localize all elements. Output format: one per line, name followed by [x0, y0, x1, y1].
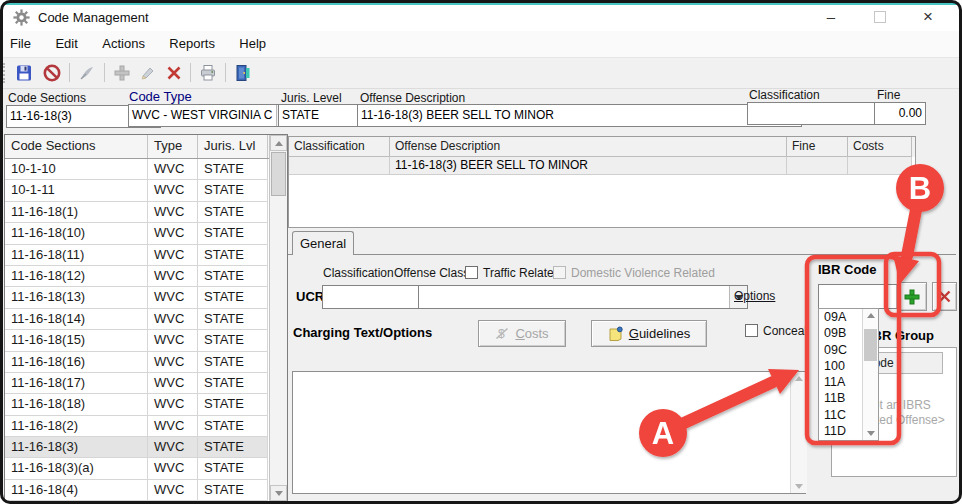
cell: STATE	[198, 159, 268, 180]
code-table-body: 10-1-10WVCSTATE10-1-11WVCSTATE11-16-18(1…	[5, 159, 287, 501]
table-row[interactable]: 11-16-18(10)WVCSTATE	[5, 223, 287, 244]
table-row[interactable]: 11-16-18(11)WVCSTATE	[5, 245, 287, 266]
column-header[interactable]: Juris. Lvl	[198, 135, 268, 158]
cell: 11-16-18(12)	[5, 266, 148, 287]
code-table-header: Code Sections Type Juris. Lvl	[5, 135, 287, 159]
maximize-button[interactable]	[862, 3, 898, 30]
classification-top-label: Classification	[749, 88, 820, 102]
cell-classification	[289, 157, 390, 175]
scroll-down-icon[interactable]	[863, 431, 878, 436]
cell: WVC	[148, 223, 198, 244]
print-icon[interactable]	[195, 61, 221, 85]
scroll-thumb[interactable]	[864, 329, 877, 361]
conceal-checkbox[interactable]	[745, 324, 758, 337]
juris-level-label: Juris. Level	[281, 91, 342, 105]
toolbar	[0, 57, 962, 89]
table-row[interactable]: 11-16-18(12)WVCSTATE	[5, 266, 287, 287]
add-icon[interactable]	[109, 61, 135, 85]
table-row[interactable]: 11-16-18(4)WVCSTATE	[5, 480, 287, 501]
menu-edit[interactable]: Edit	[45, 31, 87, 51]
column-header[interactable]: Offense Description	[390, 137, 787, 157]
scroll-up-icon[interactable]	[791, 376, 807, 381]
column-header[interactable]: Costs	[848, 137, 912, 157]
cell: 11-16-18(11)	[5, 245, 148, 266]
delete-icon[interactable]	[161, 61, 187, 85]
tab-general[interactable]: General	[292, 231, 354, 255]
code-table-scrollbar[interactable]	[269, 135, 287, 501]
cell: WVC	[148, 373, 198, 394]
sign-pen-icon[interactable]	[74, 61, 100, 85]
menu-reports[interactable]: Reports	[159, 31, 225, 51]
traffic-related-checkbox[interactable]	[465, 266, 478, 279]
offense-description-input[interactable]: 11-16-18(3) BEER SELL TO MINOR	[357, 104, 802, 127]
table-row[interactable]: 10-1-10WVCSTATE	[5, 159, 287, 180]
table-row[interactable]: 11-16-18(18)WVCSTATE	[5, 394, 287, 415]
window-title: Code Management	[38, 10, 149, 25]
menu-help[interactable]: Help	[229, 31, 276, 51]
cell: STATE	[198, 180, 268, 201]
column-header[interactable]: Type	[148, 135, 198, 158]
save-icon[interactable]	[11, 61, 37, 85]
column-header[interactable]: Code Sections	[5, 135, 148, 158]
scroll-up-icon[interactable]	[863, 313, 878, 318]
costs-button[interactable]: $ Costs	[478, 320, 566, 347]
exit-icon[interactable]	[230, 61, 256, 85]
options-link[interactable]: Options	[734, 289, 775, 303]
cell: STATE	[198, 437, 268, 458]
ibr-list-scrollbar[interactable]	[862, 309, 878, 440]
table-row[interactable]: 11-16-18(3)(a)WVCSTATE	[5, 458, 287, 479]
table-row[interactable]: 11-16-18(3) BEER SELL TO MINOR	[289, 157, 915, 175]
scroll-down-icon[interactable]	[791, 484, 807, 489]
scroll-up-icon[interactable]	[270, 135, 287, 151]
table-row[interactable]: 11-16-18(15)WVCSTATE	[5, 330, 287, 351]
charging-text-label: Charging Text/Options	[293, 325, 432, 340]
table-row[interactable]: 11-16-18(2)WVCSTATE	[5, 416, 287, 437]
title-bar: Code Management – ×	[0, 3, 962, 31]
menu-bar: File Edit Actions Reports Help	[0, 31, 962, 57]
toolbar-grip	[3, 63, 8, 83]
table-row[interactable]: 11-16-18(17)WVCSTATE	[5, 373, 287, 394]
code-sections-table: Code Sections Type Juris. Lvl 10-1-10WVC…	[4, 134, 288, 502]
cell: 11-16-18(10)	[5, 223, 148, 244]
cancel-icon[interactable]	[39, 61, 65, 85]
table-row[interactable]: 11-16-18(3)WVCSTATE	[5, 437, 287, 458]
menu-actions[interactable]: Actions	[92, 31, 155, 51]
cell: STATE	[198, 458, 268, 479]
column-header[interactable]: Classification	[289, 137, 390, 157]
ibr-delete-button[interactable]	[932, 282, 957, 311]
cell: 11-16-18(15)	[5, 330, 148, 351]
close-button[interactable]: ×	[910, 3, 946, 30]
menu-file[interactable]: File	[0, 31, 41, 51]
table-row[interactable]: 11-16-18(13)WVCSTATE	[5, 287, 287, 308]
classification-top-dropdown[interactable]	[747, 102, 895, 125]
column-header[interactable]: Fine	[787, 137, 848, 157]
cell: STATE	[198, 223, 268, 244]
cell: STATE	[198, 330, 268, 351]
toolbar-separator	[225, 63, 226, 82]
code-type-dropdown[interactable]: WVC - WEST VIRGINIA C	[128, 104, 295, 127]
red-x-icon	[937, 289, 952, 304]
edit-icon[interactable]	[135, 61, 161, 85]
costs-button-label: Costs	[515, 326, 548, 341]
minimize-button[interactable]: –	[813, 3, 849, 30]
table-row[interactable]: 11-16-18(14)WVCSTATE	[5, 309, 287, 330]
cell: WVC	[148, 245, 198, 266]
table-row[interactable]: 10-1-11WVCSTATE	[5, 180, 287, 201]
table-row[interactable]: 11-16-18(1)WVCSTATE	[5, 202, 287, 223]
offense-class-label: Offense Class	[394, 266, 469, 280]
code-type-value: WVC - WEST VIRGINIA C	[132, 108, 272, 122]
app-gear-icon	[13, 9, 30, 30]
ucr-offense-class-dropdown[interactable]	[418, 285, 748, 309]
cell: WVC	[148, 458, 198, 479]
scroll-down-icon[interactable]	[270, 485, 287, 501]
ibr-add-button[interactable]	[897, 282, 927, 311]
guidelines-button[interactable]: Guidelines	[591, 320, 707, 347]
traffic-related-label: Traffic Related	[483, 266, 560, 280]
charging-text-area[interactable]	[292, 371, 806, 494]
scroll-thumb[interactable]	[271, 152, 286, 196]
fine-input[interactable]: 0.00	[874, 102, 926, 125]
cell: WVC	[148, 287, 198, 308]
charging-scrollbar[interactable]	[790, 372, 807, 493]
classification-label: Classification	[323, 266, 394, 280]
table-row[interactable]: 11-16-18(16)WVCSTATE	[5, 352, 287, 373]
